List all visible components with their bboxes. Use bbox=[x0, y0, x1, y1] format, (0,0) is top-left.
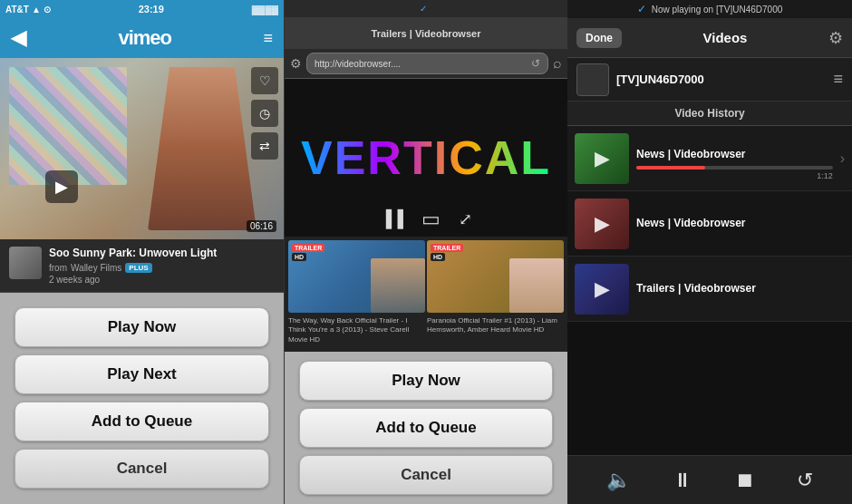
history-play-icon-2: ▶ bbox=[575, 199, 629, 249]
share-icon[interactable]: ⇄ bbox=[251, 132, 278, 160]
video-controls: ▐▐ ▭ ⤢ bbox=[380, 208, 472, 231]
progress-time-1: 1:12 bbox=[817, 171, 833, 180]
thumbnail-1[interactable]: TRAILER HD bbox=[288, 240, 425, 313]
refresh-icon[interactable]: ↺ bbox=[531, 57, 540, 70]
video-title: Soo Sunny Park: Unwoven Light bbox=[49, 247, 275, 261]
thumb-person-1 bbox=[371, 258, 425, 313]
np-section-title: Video History bbox=[567, 102, 852, 126]
volume-icon[interactable]: 🔈 bbox=[606, 469, 631, 492]
hd-badge-2: HD bbox=[431, 253, 445, 261]
address-input-container[interactable]: http://videobrowser.... ↺ bbox=[306, 53, 548, 74]
status-bar: AT&T ▲ ⊙ 23:19 ▓▓▓▓ bbox=[0, 0, 284, 18]
browser-play-now-button[interactable]: Play Now bbox=[299, 361, 553, 401]
pause-button[interactable]: ▐▐ bbox=[380, 209, 403, 228]
browser-captions: The Way, Way Back Official Trailer - I T… bbox=[285, 313, 567, 352]
history-thumb-3: ▶ bbox=[575, 264, 629, 315]
history-item-3[interactable]: ▶ Trailers | Videobrowser bbox=[567, 257, 852, 322]
heart-icon[interactable]: ♡ bbox=[251, 67, 278, 94]
play-button[interactable]: ▶ bbox=[45, 170, 78, 203]
np-header-title: Videos bbox=[622, 30, 828, 45]
play-next-button[interactable]: Play Next bbox=[15, 354, 269, 394]
thumb-person-2 bbox=[509, 258, 564, 313]
device-menu-icon[interactable]: ≡ bbox=[833, 70, 843, 89]
history-label-3: Trailers | Videobrowser bbox=[636, 281, 845, 296]
browser-status-bar: ✓ bbox=[285, 0, 567, 17]
browser-thumbnails: TRAILER HD TRAILER HD bbox=[285, 237, 567, 313]
add-to-queue-button[interactable]: Add to Queue bbox=[15, 402, 269, 441]
caption-2-text: Paranoia Official Trailer #1 (2013) - Li… bbox=[427, 316, 557, 334]
device-name: [TV]UN46D7000 bbox=[616, 73, 826, 86]
history-item-1[interactable]: ▶ News | Videobrowser 1:12 › bbox=[567, 126, 852, 191]
browser-check-icon: ✓ bbox=[420, 4, 427, 14]
trailer-badge-1: TRAILER bbox=[292, 244, 324, 252]
history-info-2: News | Videobrowser bbox=[636, 216, 845, 231]
search-icon[interactable]: ⌕ bbox=[553, 55, 562, 72]
video-title-display: VERTICAL bbox=[301, 131, 551, 185]
pause-playback-icon[interactable]: ⏸ bbox=[673, 469, 692, 492]
history-item-2[interactable]: ▶ News | Videobrowser bbox=[567, 191, 852, 257]
np-gear-icon[interactable]: ⚙ bbox=[828, 28, 843, 48]
plus-badge: PLUS bbox=[125, 263, 151, 273]
status-left: AT&T ▲ ⊙ bbox=[5, 5, 51, 15]
thumbnail-2[interactable]: TRAILER HD bbox=[427, 240, 564, 313]
progress-bar-1: 1:12 bbox=[636, 166, 833, 170]
trailer-badge-2: TRAILER bbox=[431, 244, 463, 252]
history-info-1: News | Videobrowser 1:12 bbox=[636, 147, 833, 170]
url-display: http://videobrowser.... bbox=[315, 59, 528, 69]
menu-icon[interactable]: ≡ bbox=[263, 29, 273, 48]
browser-video-player[interactable]: VERTICAL ▐▐ ▭ ⤢ bbox=[285, 79, 567, 237]
np-history-list: ▶ News | Videobrowser 1:12 › ▶ News | Vi… bbox=[567, 126, 852, 455]
caption-2: Paranoia Official Trailer #1 (2013) - Li… bbox=[427, 316, 564, 344]
stop-icon[interactable]: ⏹ bbox=[735, 469, 755, 492]
thumbnail-action-icons: ♡ ◷ ⇄ bbox=[251, 67, 278, 160]
browser-address-bar: ⚙ http://videobrowser.... ↺ ⌕ bbox=[285, 49, 567, 79]
browser-cancel-button[interactable]: Cancel bbox=[299, 455, 553, 495]
history-play-icon-1: ▶ bbox=[575, 133, 629, 184]
history-info-3: Trailers | Videobrowser bbox=[636, 281, 845, 296]
status-time: 23:19 bbox=[139, 4, 164, 15]
np-done-button[interactable]: Done bbox=[576, 28, 622, 48]
video-thumbnail[interactable]: ♡ ◷ ⇄ ▶ 06:16 bbox=[0, 58, 284, 239]
np-device-row[interactable]: [TV]UN46D7000 ≡ bbox=[567, 58, 852, 102]
cast-icon[interactable]: ▭ bbox=[421, 208, 441, 231]
clock-icon[interactable]: ◷ bbox=[251, 100, 278, 127]
channel-name[interactable]: Walley Films bbox=[71, 263, 121, 273]
device-thumbnail bbox=[576, 63, 609, 96]
np-playback-bar: 🔈 ⏸ ⏹ ↺ bbox=[567, 455, 852, 504]
browser-action-buttons: Play Now Add to Queue Cancel bbox=[285, 352, 567, 504]
history-thumb-1: ▶ bbox=[575, 133, 629, 184]
channel-avatar bbox=[9, 247, 42, 279]
history-label-1: News | Videobrowser bbox=[636, 147, 833, 162]
refresh-playback-icon[interactable]: ↺ bbox=[797, 469, 813, 492]
carrier-label: AT&T bbox=[5, 5, 29, 15]
history-play-icon-3: ▶ bbox=[575, 264, 629, 315]
fullscreen-icon[interactable]: ⤢ bbox=[459, 209, 472, 229]
caption-1: The Way, Way Back Official Trailer - I T… bbox=[288, 316, 425, 344]
cancel-button[interactable]: Cancel bbox=[15, 449, 269, 489]
play-now-button[interactable]: Play Now bbox=[15, 307, 269, 347]
panel-vimeo: AT&T ▲ ⊙ 23:19 ▓▓▓▓ ◀ vimeo ≡ ♡ ◷ ⇄ ▶ 06… bbox=[0, 0, 284, 504]
settings-icon[interactable]: ⚙ bbox=[290, 56, 302, 71]
vimeo-action-buttons: Play Now Play Next Add to Queue Cancel bbox=[0, 293, 284, 504]
upload-time: 2 weeks ago bbox=[49, 275, 100, 285]
np-header: Done Videos ⚙ bbox=[567, 18, 852, 58]
video-subtitle: from Walley Films PLUS bbox=[49, 263, 275, 273]
np-status-bar: ✓ Now playing on [TV]UN46D7000 bbox=[567, 0, 852, 18]
hd-badge-1: HD bbox=[292, 253, 306, 261]
chevron-icon-1: › bbox=[840, 150, 845, 167]
history-label-2: News | Videobrowser bbox=[636, 216, 845, 231]
vimeo-logo: vimeo bbox=[118, 26, 171, 50]
video-time: 2 weeks ago bbox=[49, 275, 275, 285]
np-status-text: Now playing on [TV]UN46D7000 bbox=[652, 5, 783, 15]
history-thumb-2: ▶ bbox=[575, 199, 629, 249]
browser-tab-bar[interactable]: Trailers | Videobrowser bbox=[285, 17, 567, 49]
panel-browser: ✓ Trailers | Videobrowser ⚙ http://video… bbox=[284, 0, 567, 504]
back-icon[interactable]: ◀ bbox=[11, 26, 26, 50]
battery-icon: ▓▓▓▓ bbox=[252, 5, 278, 15]
browser-add-to-queue-button[interactable]: Add to Queue bbox=[299, 408, 553, 448]
np-check-icon: ✓ bbox=[637, 3, 646, 15]
progress-fill-1 bbox=[636, 166, 705, 170]
video-duration: 06:16 bbox=[247, 220, 276, 232]
panel-nowplaying: ✓ Now playing on [TV]UN46D7000 Done Vide… bbox=[567, 0, 852, 504]
video-meta: Soo Sunny Park: Unwoven Light from Walle… bbox=[49, 247, 275, 285]
